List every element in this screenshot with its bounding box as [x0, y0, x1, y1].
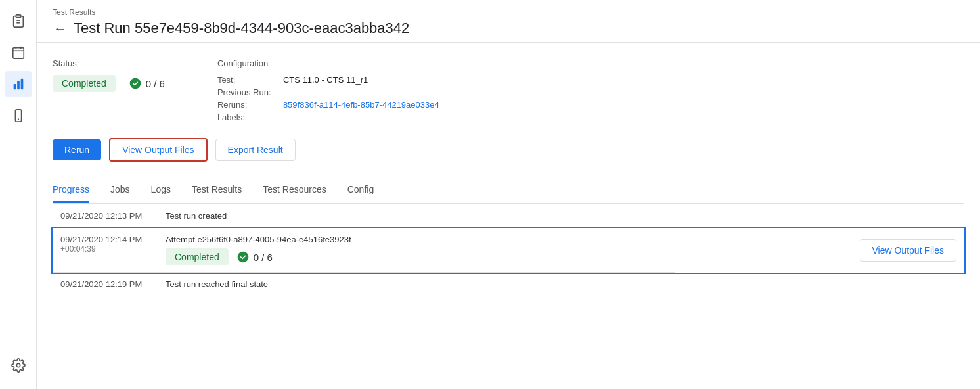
tab-test-resources[interactable]: Test Resources — [263, 177, 326, 203]
status-badge: Completed — [53, 75, 116, 92]
status-row: Completed 0 / 6 — [53, 75, 165, 92]
sidebar-item-calendar[interactable] — [5, 39, 32, 66]
attempt-id: Attempt e256f6f0-a897-4005-94ea-e4516fe3… — [166, 235, 667, 244]
sidebar-item-analytics[interactable] — [5, 71, 32, 97]
previous-run-label: Previous Run: — [217, 87, 283, 97]
previous-run-value — [283, 87, 439, 97]
tab-config[interactable]: Config — [347, 177, 374, 203]
attempt-details: Completed 0 / 6 — [166, 248, 667, 265]
header: Test Results ← Test Run 55e7e459-8b9d-43… — [37, 0, 980, 43]
tabs: Progress Jobs Logs Test Results Test Res… — [53, 177, 964, 204]
svg-point-14 — [237, 252, 248, 263]
status-section: Status Completed 0 / 6 — [53, 58, 165, 122]
config-section: Configuration Test: CTS 11.0 - CTS 11_r1… — [217, 58, 439, 122]
svg-rect-3 — [12, 48, 24, 59]
reruns-link[interactable]: 859f836f-a114-4efb-85b7-44219ae033e4 — [283, 100, 439, 110]
view-output-files-button[interactable]: View Output Files — [109, 138, 207, 162]
action-row: Rerun View Output Files Export Result — [53, 138, 964, 162]
svg-rect-9 — [20, 79, 23, 90]
progress-table: 09/21/2020 12:13 PM Test run created 09/… — [53, 204, 964, 296]
page-title: Test Run 55e7e459-8b9d-4344-903c-eaac3ab… — [74, 20, 409, 37]
svg-rect-0 — [16, 15, 20, 18]
export-result-button[interactable]: Export Result — [215, 139, 296, 161]
view-output-cell: View Output Files — [675, 228, 964, 273]
timestamp-cell: 09/21/2020 12:13 PM — [53, 204, 158, 228]
attempt-score-row: 0 / 6 — [236, 250, 273, 263]
svg-point-12 — [16, 363, 20, 367]
sidebar-item-device[interactable] — [5, 103, 32, 129]
info-row: Status Completed 0 / 6 Configuration — [53, 58, 964, 122]
attempt-view-output-button[interactable]: View Output Files — [860, 239, 956, 262]
test-label: Test: — [217, 75, 283, 85]
sidebar-item-settings[interactable] — [5, 352, 32, 378]
table-row: 09/21/2020 12:19 PM Test run reached fin… — [53, 273, 964, 296]
tab-jobs[interactable]: Jobs — [110, 177, 130, 203]
sidebar — [0, 0, 37, 389]
check-circle-icon — [129, 77, 142, 90]
event-cell: Test run created — [158, 204, 675, 228]
svg-rect-7 — [13, 84, 16, 89]
table-row: 09/21/2020 12:13 PM Test run created — [53, 204, 964, 228]
labels-label: Labels: — [217, 112, 283, 122]
status-label: Status — [53, 58, 165, 68]
event-cell: Test run reached final state — [158, 273, 675, 296]
labels-value — [283, 112, 439, 122]
config-label: Configuration — [217, 58, 439, 68]
attempt-check-icon — [236, 250, 250, 263]
timestamp-cell: 09/21/2020 12:14 PM +00:04:39 — [53, 228, 158, 273]
table-row: 09/21/2020 12:14 PM +00:04:39 Attempt e2… — [53, 228, 964, 273]
breadcrumb: Test Results — [53, 8, 964, 17]
score-value: 0 / 6 — [146, 78, 165, 89]
event-cell: Attempt e256f6f0-a897-4005-94ea-e4516fe3… — [158, 228, 675, 273]
config-grid: Test: CTS 11.0 - CTS 11_r1 Previous Run:… — [217, 75, 439, 122]
tab-progress[interactable]: Progress — [53, 177, 89, 203]
reruns-label: Reruns: — [217, 100, 283, 110]
timestamp-cell: 09/21/2020 12:19 PM — [53, 273, 158, 296]
main-content: Test Results ← Test Run 55e7e459-8b9d-43… — [37, 0, 980, 389]
svg-rect-8 — [17, 81, 20, 89]
attempt-score: 0 / 6 — [254, 252, 273, 263]
content-area: Status Completed 0 / 6 Configuration — [37, 43, 980, 389]
back-button[interactable]: ← — [53, 20, 68, 36]
rerun-button[interactable]: Rerun — [53, 139, 101, 160]
tab-test-results[interactable]: Test Results — [192, 177, 242, 203]
svg-point-13 — [129, 78, 141, 89]
attempt-status-badge: Completed — [166, 248, 229, 265]
sidebar-item-clipboard[interactable] — [5, 8, 32, 34]
score-row: 0 / 6 — [129, 77, 165, 90]
test-value: CTS 11.0 - CTS 11_r1 — [283, 75, 439, 85]
tab-logs[interactable]: Logs — [151, 177, 171, 203]
